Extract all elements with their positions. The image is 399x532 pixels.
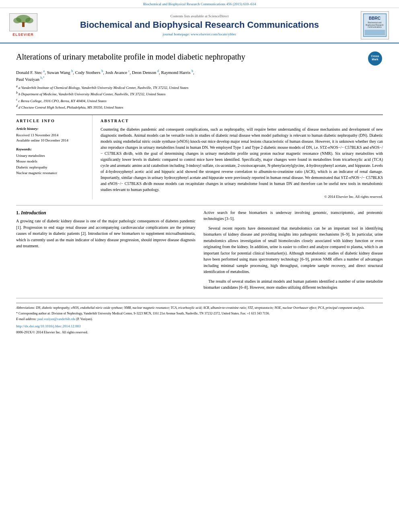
corresponding-note: * Corresponding author at: Division of N… [16,311,383,316]
affil-d: d d Choctaw Central High School, Philade… [16,104,383,111]
intro-para-3: Several recent reports have demonstrated… [204,225,383,275]
crossmark-badge: Cross Mark [367,51,383,66]
copyright-notice: © 2014 Elsevier Inc. All rights reserved… [101,194,383,199]
abstract-col: ABSTRACT Countering the diabetes pandemi… [101,115,383,199]
email-note: E-mail address: paul.voziyan@vanderbilt.… [16,317,383,321]
journal-title-block: Contents lists available at ScienceDirec… [42,14,357,37]
svg-point-4 [25,18,33,23]
journal-header: ELSEVIER Contents lists available at Sci… [0,8,399,43]
issn-line: 0006-291X/© 2014 Elsevier Inc. All right… [16,330,383,335]
svg-text:Biochemical and: Biochemical and [368,22,382,24]
body-section: 1. Introduction A growing rate of diabet… [16,205,383,294]
journal-name: Biochemical and Biophysical Research Com… [42,20,357,30]
affil-c: c c Berea College, 1916 CPO, Berea, KY 4… [16,97,383,104]
article-info-heading: ARTICLE INFO [16,118,87,124]
svg-rect-11 [365,30,385,35]
authors-line: Donald F. Stec a, Suwan Wang b, Cody Sto… [16,69,383,82]
keyword-4: Nuclear magnetic resonance [16,170,87,176]
bbrc-journal-cover: BBRC Biochemical and Biophysical Researc… [361,11,389,39]
affil-b: b b Department of Medicine, Vanderbilt U… [16,90,383,97]
intro-para-1: A growing rate of diabetic kidney diseas… [16,218,195,249]
article-history-label: Article history: [16,126,87,131]
email-text: E-mail address: [16,317,37,321]
bbrc-logo: BBRC Biochemical and Biophysical Researc… [361,11,391,39]
affil-a: a a Vanderbilt Institute of Chemical Bio… [16,84,383,91]
section-number: 1. [16,210,20,216]
body-two-col: 1. Introduction A growing rate of diabet… [16,210,383,294]
main-content: Alterations of urinary metabolite profil… [0,43,399,339]
doi-line[interactable]: http://dx.doi.org/10.1016/j.bbrc.2014.12… [16,324,383,329]
affiliations: a a Vanderbilt Institute of Chemical Bio… [16,84,383,111]
journal-citation: Biochemical and Biophysical Research Com… [0,0,399,8]
svg-text:Biophysical Research: Biophysical Research [366,24,384,26]
svg-text:Communications: Communications [368,27,382,29]
body-right-col: Active search for these biomarkers is un… [204,210,383,294]
intro-para-4: The results of several studies in animal… [204,278,383,291]
citation-text: Biochemical and Biophysical Research Com… [143,2,256,6]
body-left-col: 1. Introduction A growing rate of diabet… [16,210,195,294]
intro-section-title: 1. Introduction [16,210,195,216]
corresponding-text: * Corresponding author at: Division of N… [16,312,269,315]
footnote-divider [16,303,383,303]
article-title: Alterations of urinary metabolite profil… [16,51,363,62]
keyword-2: Mouse models [16,158,87,164]
keywords-label: Keywords: [16,147,87,152]
keyword-1: Urinary metabolites [16,153,87,158]
science-direct-line: Contents lists available at ScienceDirec… [42,14,357,19]
available-date: Available online 10 December 2014 [16,138,87,144]
elsevier-logo: ELSEVIER [8,13,38,37]
article-title-row: Alterations of urinary metabolite profil… [16,51,383,66]
info-abstract-section: ARTICLE INFO Article history: Received 1… [16,115,383,199]
science-direct-text: Contents lists available at ScienceDirec… [171,14,229,18]
intro-body-text: A growing rate of diabetic kidney diseas… [16,218,195,249]
abstract-heading: ABSTRACT [101,118,383,124]
abstract-paragraph: Countering the diabetes pandemic and con… [101,126,383,193]
abbreviations-text: Abbreviations: DN, diabetic nephropathy;… [16,306,364,310]
keyword-3: Diabetic nephropathy [16,164,87,170]
intro-right-text: Active search for these biomarkers is un… [204,210,383,291]
email-link[interactable]: paul.voziyan@vanderbilt.edu [37,317,75,321]
svg-rect-2 [22,22,25,27]
svg-text:Mark: Mark [372,58,378,61]
article-info-col: ARTICLE INFO Article history: Received 1… [16,115,93,199]
elsevier-tree-icon [9,13,37,31]
article-dates: Received 13 November 2014 Available onli… [16,133,87,144]
abstract-text: Countering the diabetes pandemic and con… [101,126,383,193]
abbreviations-note: Abbreviations: DN, diabetic nephropathy;… [16,306,383,310]
svg-point-3 [13,18,21,23]
received-date: Received 13 November 2014 [16,133,87,138]
crossmark-icon: Cross Mark [368,51,382,66]
homepage-text: journal homepage: www.elsevier.com/locat… [163,32,237,36]
keywords-list: Urinary metabolites Mouse models Diabeti… [16,153,87,176]
intro-para-2: Active search for these biomarkers is un… [204,210,383,222]
doi-text: http://dx.doi.org/10.1016/j.bbrc.2014.12… [16,324,81,328]
svg-text:BBRC: BBRC [369,16,381,21]
elsevier-brand-text: ELSEVIER [12,32,34,37]
journal-homepage: journal homepage: www.elsevier.com/locat… [42,32,357,37]
footnotes: Abbreviations: DN, diabetic nephropathy;… [16,298,383,335]
section-title-text: Introduction [21,210,46,216]
svg-text:Cross: Cross [371,55,379,58]
